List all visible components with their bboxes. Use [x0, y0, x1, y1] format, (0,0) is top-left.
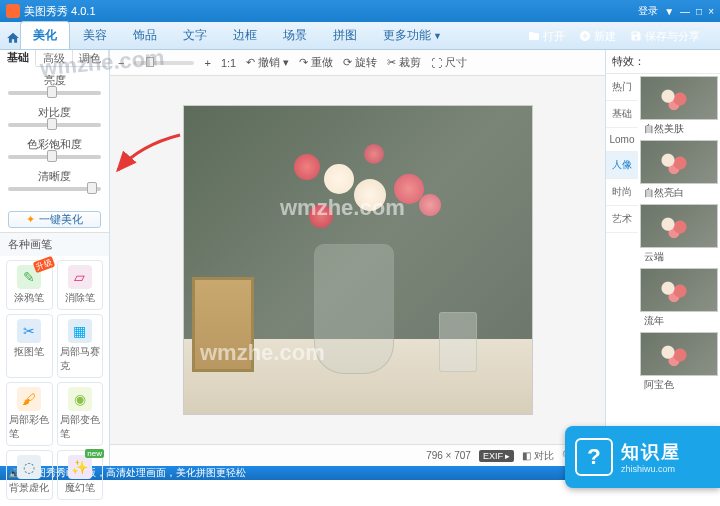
canvas-panel: − + 1:1 ↶ 撤销 ▾ ↷ 重做 ⟳ 旋转 ✂ 裁剪 ⛶ 尺寸: [110, 50, 605, 466]
brush-icon: 🖌: [17, 387, 41, 411]
effects-header: 特效：: [606, 50, 720, 74]
redo-button[interactable]: ↷ 重做: [299, 55, 333, 70]
file-toolbar: 打开 新建 保存与分享: [522, 22, 720, 50]
subtab-advanced[interactable]: 高级: [36, 50, 72, 66]
one-click-beautify-button[interactable]: ✦ 一键美化: [8, 211, 101, 228]
zoom-in-button[interactable]: +: [204, 57, 210, 69]
fx-item-years[interactable]: 流年: [640, 268, 718, 330]
subtab-color[interactable]: 调色: [73, 50, 109, 66]
tab-puzzle[interactable]: 拼图: [320, 21, 370, 49]
wand-icon: ✦: [26, 213, 35, 226]
open-button[interactable]: 打开: [528, 29, 565, 44]
titlebar-menu[interactable]: ▼: [664, 6, 674, 17]
palette-icon: ◉: [68, 387, 92, 411]
working-image: [183, 105, 533, 415]
blur-icon: ◌: [17, 455, 41, 479]
canvas-statusbar: 796 × 707 EXIF ▸ ◧ 对比 🔍 预览: [110, 444, 605, 466]
left-panel: 基础 高级 调色 亮度 对比度 色彩饱和度 清晰度 ✦ 一键美化: [0, 50, 110, 466]
undo-button[interactable]: ↶ 撤销 ▾: [246, 55, 289, 70]
app-logo-icon: [6, 4, 20, 18]
slider-brightness: 亮度: [8, 73, 101, 95]
tab-more[interactable]: 更多功能▼: [370, 21, 455, 49]
canvas-toolbar: − + 1:1 ↶ 撤销 ▾ ↷ 重做 ⟳ 旋转 ✂ 裁剪 ⛶ 尺寸: [110, 50, 605, 76]
save-share-button[interactable]: 保存与分享: [630, 29, 700, 44]
eraser-icon: ▱: [68, 265, 92, 289]
size-button[interactable]: ⛶ 尺寸: [431, 55, 467, 70]
app-title: 美图秀秀 4.0.1: [24, 4, 96, 19]
canvas-area[interactable]: [110, 76, 605, 444]
fx-item-abao[interactable]: 阿宝色: [640, 332, 718, 394]
brush-blur[interactable]: ◌背景虚化: [6, 450, 53, 500]
fx-item-natural-skin[interactable]: 自然美肤: [640, 76, 718, 138]
brand-url: zhishiwu.com: [621, 464, 681, 474]
login-link[interactable]: 登录: [638, 4, 658, 18]
brush-recolor[interactable]: ◉局部变色笔: [57, 382, 104, 446]
sharpness-slider[interactable]: [8, 187, 101, 191]
question-icon: ?: [575, 438, 613, 476]
fx-cat-basic[interactable]: 基础: [606, 101, 638, 128]
brightness-slider[interactable]: [8, 91, 101, 95]
mosaic-icon: ▦: [68, 319, 92, 343]
subtabs: 基础 高级 调色: [0, 50, 109, 67]
saturation-slider[interactable]: [8, 155, 101, 159]
tab-frame[interactable]: 边框: [220, 21, 270, 49]
zoom-slider[interactable]: [134, 61, 194, 65]
brush-magic[interactable]: new✨魔幻笔: [57, 450, 104, 500]
fx-cat-portrait[interactable]: 人像: [606, 152, 638, 179]
brush-doodle[interactable]: 升级✎涂鸦笔: [6, 260, 53, 310]
compare-button[interactable]: ◧ 对比: [522, 449, 554, 463]
tab-scene[interactable]: 场景: [270, 21, 320, 49]
brand-badge[interactable]: ? 知识屋 zhishiwu.com: [565, 426, 720, 488]
crop-button[interactable]: ✂ 裁剪: [387, 55, 421, 70]
close-button[interactable]: ×: [708, 6, 714, 17]
scissors-icon: ✂: [17, 319, 41, 343]
zoom-out-button[interactable]: −: [118, 57, 124, 69]
brand-name: 知识屋: [621, 440, 681, 464]
fx-cat-hot[interactable]: 热门: [606, 74, 638, 101]
brush-section-title: 各种画笔: [0, 232, 109, 256]
tab-text[interactable]: 文字: [170, 21, 220, 49]
titlebar: 美图秀秀 4.0.1 登录 ▼ — □ ×: [0, 0, 720, 22]
fx-item-cloud[interactable]: 云端: [640, 204, 718, 266]
slider-sharpness: 清晰度: [8, 169, 101, 191]
contrast-slider[interactable]: [8, 123, 101, 127]
rotate-button[interactable]: ⟳ 旋转: [343, 55, 377, 70]
fx-item-natural-bright[interactable]: 自然亮白: [640, 140, 718, 202]
brush-cutout[interactable]: ✂抠图笔: [6, 314, 53, 378]
brush-mosaic[interactable]: ▦局部马赛克: [57, 314, 104, 378]
brush-erase[interactable]: ▱消除笔: [57, 260, 104, 310]
minimize-button[interactable]: —: [680, 6, 690, 17]
slider-saturation: 色彩饱和度: [8, 137, 101, 159]
magic-icon: ✨: [68, 455, 92, 479]
tab-cosmetic[interactable]: 美容: [70, 21, 120, 49]
maximize-button[interactable]: □: [696, 6, 702, 17]
brush-colorize[interactable]: 🖌局部彩色笔: [6, 382, 53, 446]
zoom-fit-button[interactable]: 1:1: [221, 57, 236, 69]
tab-accessory[interactable]: 饰品: [120, 21, 170, 49]
fx-cat-art[interactable]: 艺术: [606, 206, 638, 233]
effects-panel: 特效： 热门 基础 Lomo 人像 时尚 艺术 自然美肤 自然亮白 云端 流年 …: [605, 50, 720, 466]
fx-cat-lomo[interactable]: Lomo: [606, 128, 638, 152]
slider-contrast: 对比度: [8, 105, 101, 127]
image-dimensions: 796 × 707: [426, 450, 471, 461]
new-button[interactable]: 新建: [579, 29, 616, 44]
tab-beautify[interactable]: 美化: [20, 21, 70, 49]
subtab-basic[interactable]: 基础: [0, 50, 36, 67]
home-icon[interactable]: [6, 31, 20, 49]
exif-button[interactable]: EXIF ▸: [479, 450, 515, 462]
fx-cat-fashion[interactable]: 时尚: [606, 179, 638, 206]
